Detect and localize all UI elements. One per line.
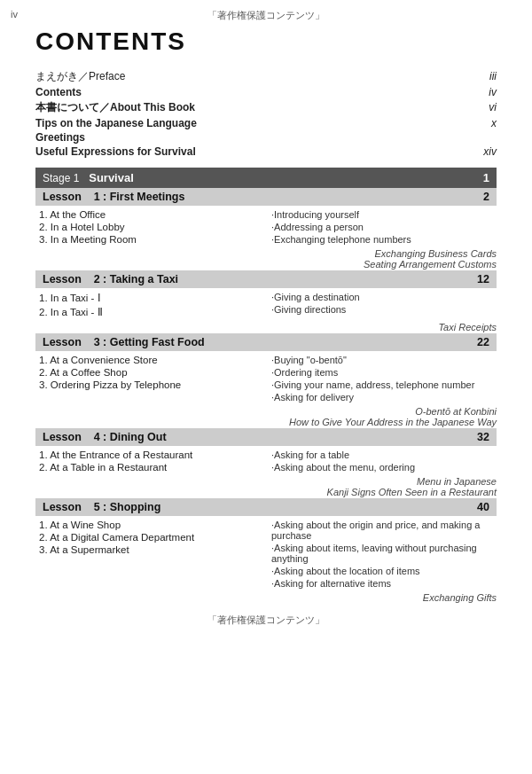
lesson-4-title: Lesson 4 : Dining Out (43, 431, 167, 443)
lesson-desc: ·Giving directions (271, 304, 497, 315)
lesson-4-items: 1. At the Entrance of a Restaurant 2. At… (35, 450, 264, 474)
lesson-1-header: Lesson 1 : First Meetings 2 (35, 188, 497, 206)
lesson-1-items: 1. At the Office 2. In a Hotel Lobby 3. … (35, 209, 264, 246)
lesson-3-items: 1. At a Convenience Store 2. At a Coffee… (35, 355, 264, 404)
lesson-3-descs: ·Buying "o-bentō" ·Ordering items ·Givin… (264, 355, 497, 404)
lesson-2-title: Lesson 2 : Taking a Taxi (43, 273, 178, 285)
contents-title: CONTENTS (35, 27, 497, 56)
lesson-3-page: 22 (477, 336, 489, 348)
lesson-1-body: 1. At the Office 2. In a Hotel Lobby 3. … (35, 206, 497, 248)
lesson-4-header: Lesson 4 : Dining Out 32 (35, 428, 497, 446)
toc-contents-label: Contents (35, 86, 82, 98)
lesson-2-body: 1. In a Taxi - Ⅰ 2. In a Taxi - Ⅱ ·Givin… (35, 288, 497, 322)
stage-1-label: Stage 1 Survival (43, 171, 134, 184)
lesson-1-title: Lesson 1 : First Meetings (43, 191, 184, 203)
lesson-note: How to Give Your Address in the Japanese… (35, 417, 497, 427)
lesson-desc: ·Asking about the location of items (271, 566, 497, 576)
lesson-desc: ·Asking for delivery (271, 392, 497, 403)
toc-contents: Contents iv (35, 85, 497, 99)
lesson-2-descs: ·Giving a destination ·Giving directions (264, 292, 497, 320)
lesson-item: 2. At a Table in a Restaurant (39, 462, 264, 473)
lesson-1-descs: ·Introducing yourself ·Addressing a pers… (264, 209, 497, 246)
lesson-item: 2. In a Taxi - Ⅱ (39, 306, 264, 318)
toc-preface: まえがき／Preface iii (35, 68, 497, 85)
toc-about-page: vi (479, 101, 497, 113)
lesson-desc: ·Addressing a person (271, 222, 497, 232)
lesson-desc: ·Ordering items (271, 367, 497, 378)
lesson-4-notes: Menu in Japanese Kanji Signs Often Seen … (35, 476, 497, 497)
stage-1-header: Stage 1 Survival 1 (35, 168, 497, 188)
toc-tips-label: Tips on the Japanese Language (35, 117, 197, 129)
toc-about: 本書について／About This Book vi (35, 99, 497, 116)
page-container: iv 「著作権保護コンテンツ」 CONTENTS まえがき／Preface ii… (0, 0, 532, 774)
lesson-1-notes: Exchanging Business Cards Seating Arrang… (35, 248, 497, 270)
lesson-4-body: 1. At the Entrance of a Restaurant 2. At… (35, 446, 497, 476)
toc-greetings-label: Greetings (35, 131, 85, 144)
lesson-2-notes: Taxi Receipts (35, 322, 497, 332)
lesson-note: O-bentō at Konbini (35, 406, 497, 417)
lesson-3-title: Lesson 3 : Getting Fast Food (43, 336, 205, 348)
lesson-note: Menu in Japanese (35, 476, 497, 487)
lesson-desc: ·Asking about the origin and price, and … (271, 520, 497, 541)
lesson-desc: ·Asking about the menu, ordering (271, 462, 497, 473)
lesson-2-header: Lesson 2 : Taking a Taxi 12 (35, 270, 497, 288)
lesson-item: 2. In a Hotel Lobby (39, 222, 264, 232)
lesson-5-descs: ·Asking about the origin and price, and … (264, 520, 497, 590)
lesson-note: Seating Arrangement Customs (35, 259, 497, 270)
lesson-item: 1. At the Office (39, 209, 264, 220)
toc-about-label: 本書について／About This Book (35, 100, 195, 115)
lesson-5-items: 1. At a Wine Shop 2. At a Digital Camera… (35, 520, 264, 590)
lesson-item: 3. At a Supermarket (39, 544, 264, 555)
lesson-5-page: 40 (477, 501, 489, 513)
lesson-note: Taxi Receipts (35, 322, 497, 332)
toc-tips: Tips on the Japanese Language x (35, 116, 497, 130)
toc-useful-page: xiv (479, 145, 497, 158)
toc-tips-page: x (479, 117, 497, 129)
lesson-item: 3. Ordering Pizza by Telephone (39, 379, 264, 390)
lesson-desc: ·Buying "o-bentō" (271, 355, 497, 365)
toc-section: まえがき／Preface iii Contents iv 本書について／Abou… (35, 68, 497, 159)
lesson-desc: ·Exchanging telephone numbers (271, 234, 497, 245)
lesson-note: Exchanging Business Cards (35, 248, 497, 259)
bottom-watermark: 「著作権保護コンテンツ」 (35, 614, 497, 627)
lesson-3-notes: O-bentō at Konbini How to Give Your Addr… (35, 406, 497, 427)
toc-preface-page: iii (479, 70, 497, 82)
lesson-note: Exchanging Gifts (35, 592, 497, 603)
lesson-5-title: Lesson 5 : Shopping (43, 501, 160, 513)
page-number: iv (11, 9, 18, 20)
lesson-1-page: 2 (483, 191, 489, 203)
lesson-desc: ·Introducing yourself (271, 209, 497, 220)
lesson-desc: ·Asking for alternative items (271, 578, 497, 589)
toc-greetings: Greetings (35, 130, 497, 145)
lesson-item: 3. In a Meeting Room (39, 234, 264, 245)
lesson-item: 2. At a Coffee Shop (39, 367, 264, 378)
top-watermark: 「著作権保護コンテンツ」 (35, 9, 497, 22)
lesson-note: Kanji Signs Often Seen in a Restaurant (35, 487, 497, 497)
lesson-desc: ·Asking about items, leaving without pur… (271, 543, 497, 564)
lesson-5-body: 1. At a Wine Shop 2. At a Digital Camera… (35, 516, 497, 592)
lesson-item: 1. At a Wine Shop (39, 520, 264, 530)
lesson-3-body: 1. At a Convenience Store 2. At a Coffee… (35, 351, 497, 406)
lesson-5-header: Lesson 5 : Shopping 40 (35, 498, 497, 516)
toc-useful: Useful Expressions for Survival xiv (35, 145, 497, 159)
lesson-2-items: 1. In a Taxi - Ⅰ 2. In a Taxi - Ⅱ (35, 292, 264, 320)
lesson-desc: ·Giving your name, address, telephone nu… (271, 379, 497, 390)
stage-1-page: 1 (483, 171, 489, 184)
lesson-item: 1. At the Entrance of a Restaurant (39, 450, 264, 460)
lesson-item: 1. At a Convenience Store (39, 355, 264, 365)
lesson-item: 2. At a Digital Camera Department (39, 532, 264, 543)
lesson-4-page: 32 (477, 431, 489, 443)
lesson-4-descs: ·Asking for a table ·Asking about the me… (264, 450, 497, 474)
lesson-5-notes: Exchanging Gifts (35, 592, 497, 603)
toc-useful-label: Useful Expressions for Survival (35, 145, 196, 158)
toc-preface-label: まえがき／Preface (35, 69, 125, 84)
lesson-desc: ·Giving a destination (271, 292, 497, 302)
lesson-desc: ·Asking for a table (271, 450, 497, 460)
lesson-3-header: Lesson 3 : Getting Fast Food 22 (35, 333, 497, 351)
lesson-2-page: 12 (477, 273, 489, 285)
toc-contents-page: iv (479, 86, 497, 98)
lesson-item: 1. In a Taxi - Ⅰ (39, 292, 264, 304)
